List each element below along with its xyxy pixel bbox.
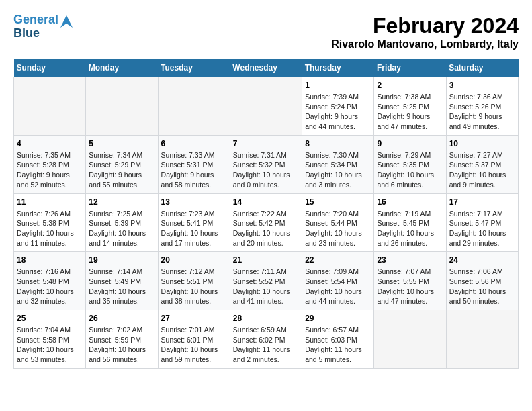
calendar-cell: 18Sunrise: 7:16 AMSunset: 5:48 PMDayligh… — [14, 252, 86, 310]
day-info: Sunrise: 7:06 AMSunset: 5:56 PMDaylight:… — [449, 267, 515, 306]
calendar-cell: 29Sunrise: 6:57 AMSunset: 6:03 PMDayligh… — [302, 310, 374, 369]
logo-text: General Blue — [13, 13, 58, 40]
day-info: Sunrise: 7:26 AMSunset: 5:38 PMDaylight:… — [17, 209, 83, 248]
calendar-cell: 12Sunrise: 7:25 AMSunset: 5:39 PMDayligh… — [86, 193, 158, 252]
day-info: Sunrise: 6:59 AMSunset: 6:02 PMDaylight:… — [233, 325, 299, 365]
calendar-cell: 26Sunrise: 7:02 AMSunset: 5:59 PMDayligh… — [86, 310, 158, 369]
calendar-cell: 16Sunrise: 7:19 AMSunset: 5:45 PMDayligh… — [374, 193, 446, 252]
title-section: February 2024 Rivarolo Mantovano, Lombar… — [331, 13, 519, 50]
day-number: 14 — [233, 197, 299, 207]
day-number: 5 — [89, 139, 154, 148]
day-info: Sunrise: 7:11 AMSunset: 5:52 PMDaylight:… — [233, 267, 299, 306]
calendar-cell: 14Sunrise: 7:22 AMSunset: 5:42 PMDayligh… — [230, 193, 302, 252]
day-number: 22 — [305, 255, 371, 265]
day-info: Sunrise: 7:20 AMSunset: 5:44 PMDaylight:… — [305, 209, 371, 248]
day-info: Sunrise: 7:19 AMSunset: 5:45 PMDaylight:… — [377, 209, 443, 248]
weekday-header: Monday — [86, 59, 158, 77]
calendar-cell: 25Sunrise: 7:04 AMSunset: 5:58 PMDayligh… — [14, 310, 86, 369]
day-info: Sunrise: 7:04 AMSunset: 5:58 PMDaylight:… — [17, 325, 83, 365]
logo: General Blue — [13, 13, 73, 40]
calendar-cell: 3Sunrise: 7:36 AMSunset: 5:26 PMDaylight… — [446, 77, 518, 136]
day-number: 1 — [305, 81, 371, 90]
day-number: 29 — [305, 314, 371, 323]
weekday-header: Thursday — [302, 59, 374, 77]
weekday-header: Friday — [374, 59, 446, 77]
calendar-cell: 13Sunrise: 7:23 AMSunset: 5:41 PMDayligh… — [158, 193, 230, 252]
calendar-cell: 28Sunrise: 6:59 AMSunset: 6:02 PMDayligh… — [230, 310, 302, 369]
weekday-header: Tuesday — [158, 59, 230, 77]
day-info: Sunrise: 7:36 AMSunset: 5:26 PMDaylight:… — [449, 92, 515, 132]
day-info: Sunrise: 7:12 AMSunset: 5:51 PMDaylight:… — [161, 267, 227, 306]
calendar-table: SundayMondayTuesdayWednesdayThursdayFrid… — [13, 59, 519, 369]
day-number: 19 — [89, 255, 154, 265]
day-number: 16 — [377, 197, 443, 207]
calendar-cell: 2Sunrise: 7:38 AMSunset: 5:25 PMDaylight… — [374, 77, 446, 136]
day-number: 18 — [17, 255, 83, 265]
day-number: 10 — [449, 139, 515, 148]
day-info: Sunrise: 7:31 AMSunset: 5:32 PMDaylight:… — [233, 150, 299, 190]
calendar-cell: 22Sunrise: 7:09 AMSunset: 5:54 PMDayligh… — [302, 252, 374, 310]
day-number: 23 — [377, 255, 443, 265]
calendar-cell: 5Sunrise: 7:34 AMSunset: 5:29 PMDaylight… — [86, 135, 158, 193]
logo-bird-icon — [60, 15, 73, 28]
calendar-cell: 15Sunrise: 7:20 AMSunset: 5:44 PMDayligh… — [302, 193, 374, 252]
day-info: Sunrise: 7:09 AMSunset: 5:54 PMDaylight:… — [305, 267, 371, 306]
day-number: 4 — [17, 139, 83, 148]
day-number: 9 — [377, 139, 443, 148]
day-info: Sunrise: 7:33 AMSunset: 5:31 PMDaylight:… — [161, 150, 227, 190]
calendar-cell: 27Sunrise: 7:01 AMSunset: 6:01 PMDayligh… — [158, 310, 230, 369]
day-info: Sunrise: 7:07 AMSunset: 5:55 PMDaylight:… — [377, 267, 443, 306]
calendar-cell: 20Sunrise: 7:12 AMSunset: 5:51 PMDayligh… — [158, 252, 230, 310]
day-number: 21 — [233, 255, 299, 265]
calendar-cell: 19Sunrise: 7:14 AMSunset: 5:49 PMDayligh… — [86, 252, 158, 310]
calendar-cell: 9Sunrise: 7:29 AMSunset: 5:35 PMDaylight… — [374, 135, 446, 193]
day-number: 17 — [449, 197, 515, 207]
day-info: Sunrise: 7:27 AMSunset: 5:37 PMDaylight:… — [449, 150, 515, 190]
svg-marker-0 — [60, 15, 73, 28]
day-number: 27 — [161, 314, 227, 323]
day-number: 11 — [17, 197, 83, 207]
calendar-cell: 23Sunrise: 7:07 AMSunset: 5:55 PMDayligh… — [374, 252, 446, 310]
day-info: Sunrise: 7:30 AMSunset: 5:34 PMDaylight:… — [305, 150, 371, 190]
day-info: Sunrise: 7:02 AMSunset: 5:59 PMDaylight:… — [89, 325, 154, 365]
calendar-cell: 6Sunrise: 7:33 AMSunset: 5:31 PMDaylight… — [158, 135, 230, 193]
calendar-cell: 7Sunrise: 7:31 AMSunset: 5:32 PMDaylight… — [230, 135, 302, 193]
calendar-cell: 1Sunrise: 7:39 AMSunset: 5:24 PMDaylight… — [302, 77, 374, 136]
page-title: February 2024 — [331, 13, 519, 38]
day-info: Sunrise: 6:57 AMSunset: 6:03 PMDaylight:… — [305, 325, 371, 365]
day-number: 13 — [161, 197, 227, 207]
day-number: 3 — [449, 81, 515, 90]
day-info: Sunrise: 7:16 AMSunset: 5:48 PMDaylight:… — [17, 267, 83, 306]
day-info: Sunrise: 7:25 AMSunset: 5:39 PMDaylight:… — [89, 209, 154, 248]
calendar-cell — [446, 310, 518, 369]
page-subtitle: Rivarolo Mantovano, Lombardy, Italy — [331, 38, 519, 50]
day-info: Sunrise: 7:17 AMSunset: 5:47 PMDaylight:… — [449, 209, 515, 248]
calendar-cell — [230, 77, 302, 136]
day-number: 2 — [377, 81, 443, 90]
calendar-cell: 4Sunrise: 7:35 AMSunset: 5:28 PMDaylight… — [14, 135, 86, 193]
calendar-cell — [14, 77, 86, 136]
calendar-cell: 21Sunrise: 7:11 AMSunset: 5:52 PMDayligh… — [230, 252, 302, 310]
day-number: 12 — [89, 197, 154, 207]
day-info: Sunrise: 7:23 AMSunset: 5:41 PMDaylight:… — [161, 209, 227, 248]
day-info: Sunrise: 7:22 AMSunset: 5:42 PMDaylight:… — [233, 209, 299, 248]
calendar-cell: 10Sunrise: 7:27 AMSunset: 5:37 PMDayligh… — [446, 135, 518, 193]
weekday-header: Wednesday — [230, 59, 302, 77]
calendar-cell — [374, 310, 446, 369]
day-info: Sunrise: 7:14 AMSunset: 5:49 PMDaylight:… — [89, 267, 154, 306]
weekday-header: Saturday — [446, 59, 518, 77]
day-number: 20 — [161, 255, 227, 265]
day-number: 6 — [161, 139, 227, 148]
day-info: Sunrise: 7:39 AMSunset: 5:24 PMDaylight:… — [305, 92, 371, 132]
calendar-cell: 24Sunrise: 7:06 AMSunset: 5:56 PMDayligh… — [446, 252, 518, 310]
day-number: 8 — [305, 139, 371, 148]
calendar-cell — [86, 77, 158, 136]
calendar-cell: 17Sunrise: 7:17 AMSunset: 5:47 PMDayligh… — [446, 193, 518, 252]
calendar-cell — [158, 77, 230, 136]
weekday-header: Sunday — [14, 59, 86, 77]
calendar-cell: 8Sunrise: 7:30 AMSunset: 5:34 PMDaylight… — [302, 135, 374, 193]
day-number: 15 — [305, 197, 371, 207]
day-info: Sunrise: 7:38 AMSunset: 5:25 PMDaylight:… — [377, 92, 443, 132]
day-number: 7 — [233, 139, 299, 148]
calendar-cell: 11Sunrise: 7:26 AMSunset: 5:38 PMDayligh… — [14, 193, 86, 252]
